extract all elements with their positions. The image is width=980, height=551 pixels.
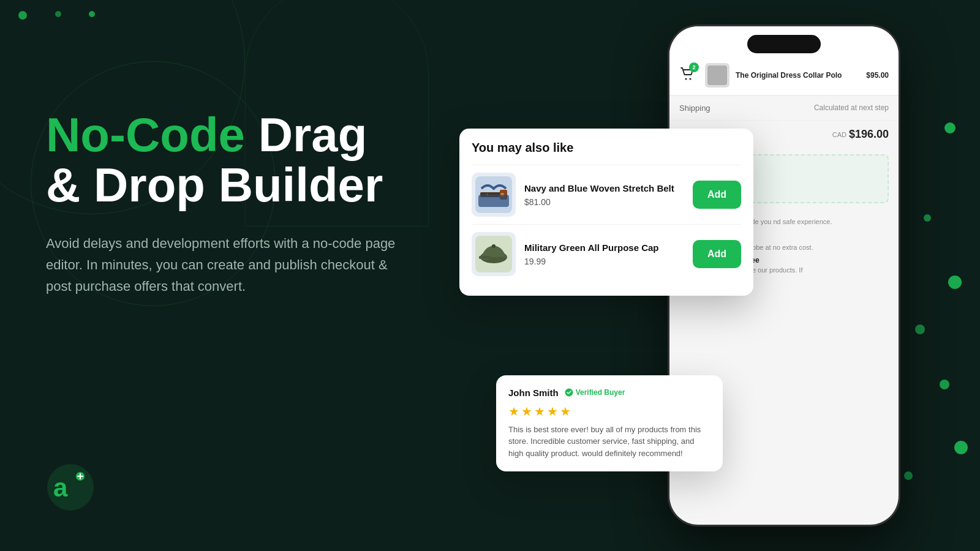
polo-item: The Original Dress Collar Polo bbox=[705, 63, 866, 88]
svg-point-14 bbox=[492, 244, 496, 248]
belt-name: Navy and Blue Woven Stretch Belt bbox=[524, 182, 684, 195]
review-header: John Smith Verified Buyer bbox=[508, 388, 710, 398]
phone-container: 2 The Original Dress Collar Polo $95.00 … bbox=[668, 24, 900, 551]
upsell-item-cap: Military Green All Purpose Cap 19.99 Add bbox=[472, 224, 741, 283]
dot-6 bbox=[948, 276, 962, 289]
dot-10 bbox=[904, 471, 913, 480]
svg-point-3 bbox=[685, 78, 687, 80]
belt-image bbox=[475, 176, 512, 213]
verified-badge: Verified Buyer bbox=[565, 388, 625, 397]
dot-3 bbox=[89, 11, 95, 17]
star-3: ★ bbox=[534, 404, 545, 419]
dot-4 bbox=[944, 122, 956, 133]
total-currency: CAD bbox=[832, 131, 846, 138]
review-text: This is best store ever! buy all of my p… bbox=[508, 424, 710, 460]
cap-image bbox=[475, 236, 512, 272]
cart-icon-wrap: 2 bbox=[679, 66, 695, 84]
cart-badge: 2 bbox=[689, 62, 699, 72]
belt-info: Navy and Blue Woven Stretch Belt $81.00 bbox=[524, 182, 684, 207]
subtext: Avoid delays and development efforts wit… bbox=[46, 233, 413, 298]
dot-2 bbox=[55, 11, 61, 17]
belt-thumbnail bbox=[472, 173, 516, 217]
dot-8 bbox=[940, 380, 949, 389]
shipping-row: Shipping Calculated at next step bbox=[669, 96, 899, 120]
shipping-label: Shipping bbox=[679, 103, 710, 113]
upsell-card: You may also like Navy and Blue Woven St… bbox=[459, 129, 753, 296]
svg-rect-13 bbox=[479, 256, 490, 259]
logo: a bbox=[46, 463, 95, 514]
reviewer-name: John Smith bbox=[508, 388, 559, 398]
left-content: No-Code Drag & Drop Builder Avoid delays… bbox=[46, 110, 450, 297]
headline-part2: Drag bbox=[258, 108, 368, 162]
polo-name: The Original Dress Collar Polo bbox=[736, 71, 842, 80]
upsell-item-belt: Navy and Blue Woven Stretch Belt $81.00 … bbox=[472, 165, 741, 224]
cap-price: 19.99 bbox=[524, 257, 684, 266]
total-value-wrap: CAD $196.00 bbox=[832, 128, 889, 141]
star-1: ★ bbox=[508, 404, 519, 419]
verified-label: Verified Buyer bbox=[576, 388, 625, 397]
polo-thumb bbox=[705, 63, 729, 88]
dot-7 bbox=[915, 324, 925, 334]
cap-name: Military Green All Purpose Cap bbox=[524, 242, 684, 254]
headline-part1: No-Code bbox=[46, 108, 258, 162]
stars: ★ ★ ★ ★ ★ bbox=[508, 404, 710, 419]
svg-rect-10 bbox=[478, 195, 509, 207]
phone-notch bbox=[747, 35, 821, 53]
svg-point-4 bbox=[690, 78, 692, 80]
cap-thumbnail bbox=[472, 232, 516, 276]
dot-5 bbox=[924, 214, 931, 222]
review-card: John Smith Verified Buyer ★ ★ ★ ★ ★ This… bbox=[496, 375, 723, 472]
upsell-title: You may also like bbox=[472, 141, 741, 155]
logo-icon: a bbox=[46, 463, 95, 512]
headline: No-Code Drag & Drop Builder bbox=[46, 110, 450, 211]
total-value: $196.00 bbox=[849, 128, 889, 141]
star-5: ★ bbox=[560, 404, 571, 419]
verified-icon bbox=[565, 388, 573, 397]
star-2: ★ bbox=[521, 404, 532, 419]
svg-text:a: a bbox=[53, 473, 68, 502]
dot-1 bbox=[18, 11, 27, 20]
add-cap-button[interactable]: Add bbox=[693, 240, 741, 268]
dot-9 bbox=[954, 441, 968, 454]
headline-part3: & Drop Builder bbox=[46, 158, 383, 212]
cap-info: Military Green All Purpose Cap 19.99 bbox=[524, 242, 684, 266]
star-4: ★ bbox=[547, 404, 558, 419]
add-belt-button[interactable]: Add bbox=[693, 181, 741, 209]
belt-price: $81.00 bbox=[524, 197, 684, 207]
polo-price: $95.00 bbox=[866, 71, 889, 80]
shipping-value: Calculated at next step bbox=[814, 103, 889, 113]
